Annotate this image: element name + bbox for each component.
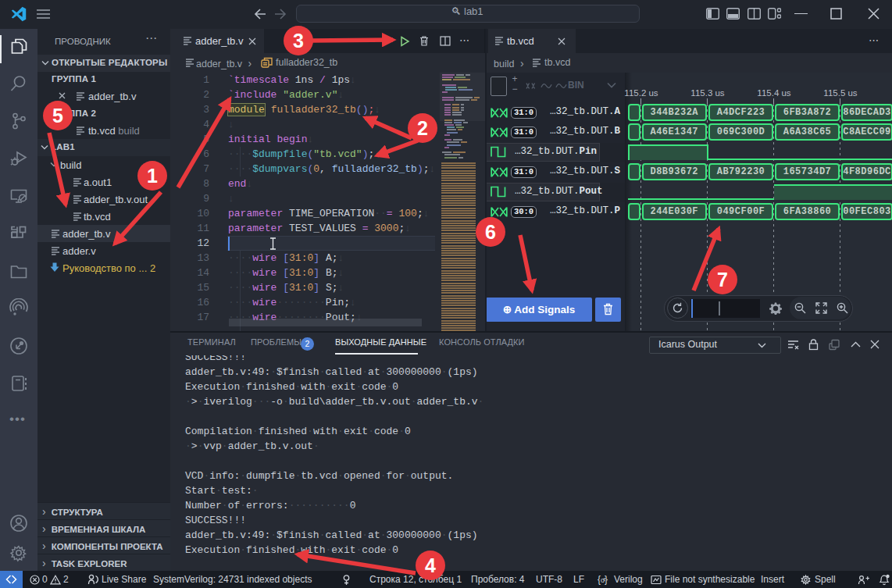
svg-text:5: 5: [52, 105, 63, 127]
svg-text:2: 2: [417, 117, 428, 139]
svg-text:6: 6: [485, 221, 496, 243]
svg-text:7: 7: [717, 269, 728, 290]
svg-text:3: 3: [293, 30, 304, 52]
svg-text:4: 4: [425, 554, 436, 576]
svg-text:1: 1: [147, 165, 158, 187]
